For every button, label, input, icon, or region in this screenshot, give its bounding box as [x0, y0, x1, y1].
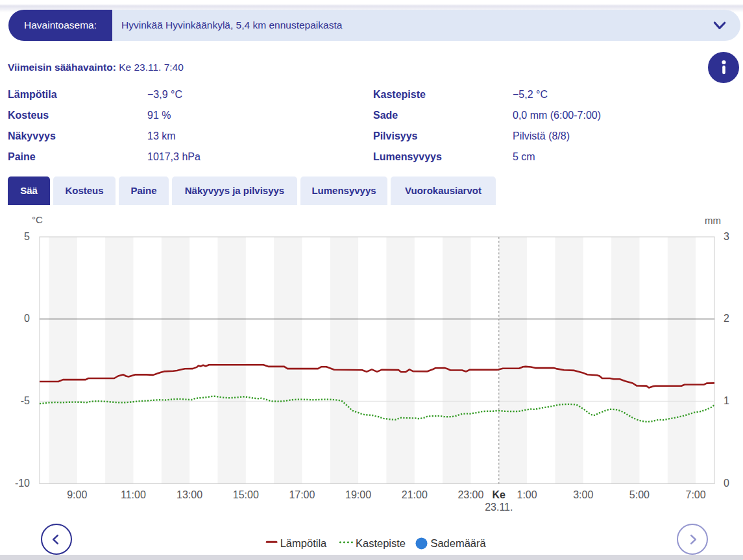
svg-text:Lämpötila: Lämpötila [280, 537, 327, 549]
svg-text:-10: -10 [15, 478, 30, 489]
svg-text:2: 2 [724, 313, 729, 324]
svg-text:23.11.: 23.11. [485, 502, 513, 513]
svg-text:5: 5 [24, 231, 30, 242]
svg-text:0: 0 [24, 313, 30, 324]
svg-text:19:00: 19:00 [345, 489, 371, 500]
svg-text:21:00: 21:00 [402, 489, 428, 500]
svg-text:3:00: 3:00 [573, 489, 593, 500]
svg-text:Kastepiste: Kastepiste [356, 537, 406, 549]
svg-text:9:00: 9:00 [67, 489, 87, 500]
svg-text:17:00: 17:00 [289, 489, 315, 500]
svg-text:1: 1 [724, 395, 729, 406]
svg-text:Ke: Ke [493, 489, 506, 500]
svg-text:°C: °C [32, 214, 43, 225]
svg-text:1:00: 1:00 [517, 489, 537, 500]
svg-text:15:00: 15:00 [233, 489, 259, 500]
svg-text:mm: mm [705, 215, 721, 226]
svg-text:5:00: 5:00 [629, 489, 650, 500]
svg-text:7:00: 7:00 [686, 489, 706, 500]
svg-text:-5: -5 [21, 395, 30, 406]
svg-text:23:00: 23:00 [457, 489, 483, 500]
svg-text:Sademäärä: Sademäärä [430, 537, 486, 549]
svg-text:11:00: 11:00 [121, 489, 146, 500]
svg-text:0: 0 [724, 478, 729, 489]
svg-text:3: 3 [724, 231, 729, 242]
svg-text:13:00: 13:00 [177, 489, 202, 500]
